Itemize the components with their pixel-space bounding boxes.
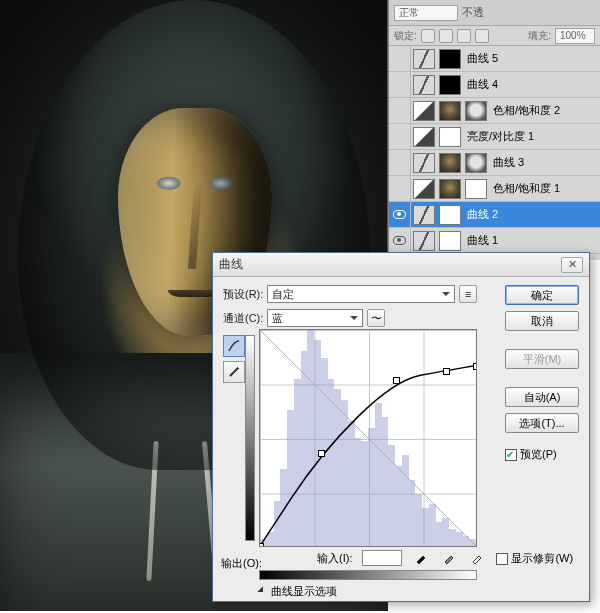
layer-row[interactable]: 色相/饱和度 2 (389, 98, 600, 124)
curve-display-options-label: 曲线显示选项 (271, 584, 337, 599)
black-point-eyedropper-icon[interactable] (412, 549, 430, 567)
lock-position-icon[interactable] (457, 29, 471, 43)
curves-graph-area: 输出(O): (259, 329, 481, 565)
adjustment-icon (413, 179, 435, 199)
layer-thumb (439, 179, 461, 199)
curves-dialog: 曲线 ✕ 预设(R): 自定 ≡ 通道(C): 蓝 〜 (212, 252, 590, 602)
curve-control-point[interactable] (393, 377, 400, 384)
channel-auto-icon[interactable]: 〜 (367, 309, 385, 327)
curves-adjustment-icon (413, 49, 435, 69)
layer-mask-thumb[interactable] (439, 127, 461, 147)
dialog-button-column: 确定 取消 平滑(M) 自动(A) 选项(T)... 预览(P) (505, 285, 579, 462)
layer-thumb (439, 153, 461, 173)
dialog-titlebar[interactable]: 曲线 ✕ (213, 253, 589, 277)
curve-control-point[interactable] (259, 543, 264, 547)
visibility-toggle[interactable] (389, 72, 411, 97)
layer-name[interactable]: 曲线 2 (467, 207, 498, 222)
layer-mask-thumb[interactable] (439, 75, 461, 95)
curve-line (260, 330, 476, 546)
layer-name[interactable]: 曲线 5 (467, 51, 498, 66)
lock-transparency-icon[interactable] (421, 29, 435, 43)
gray-point-eyedropper-icon[interactable] (440, 549, 458, 567)
input-gradient (259, 570, 477, 580)
visibility-toggle[interactable] (389, 228, 411, 253)
photo-nose (188, 181, 202, 269)
close-icon[interactable]: ✕ (561, 257, 583, 273)
layer-row[interactable]: 曲线 5 (389, 46, 600, 72)
lock-pixels-icon[interactable] (439, 29, 453, 43)
curves-adjustment-icon (413, 231, 435, 251)
smooth-button[interactable]: 平滑(M) (505, 349, 579, 369)
visibility-toggle[interactable] (389, 150, 411, 175)
layer-name[interactable]: 亮度/对比度 1 (467, 129, 534, 144)
layer-name[interactable]: 曲线 4 (467, 77, 498, 92)
preset-select[interactable]: 自定 (267, 285, 455, 303)
layer-thumb (439, 101, 461, 121)
visibility-toggle[interactable] (389, 98, 411, 123)
input-label: 输入(I): (317, 551, 352, 566)
preview-checkbox[interactable]: 预览(P) (505, 447, 579, 462)
layer-mask-thumb[interactable] (465, 179, 487, 199)
adjustment-icon (413, 101, 435, 121)
layer-mask-thumb[interactable] (465, 153, 487, 173)
layer-name[interactable]: 色相/饱和度 2 (493, 103, 560, 118)
eyedropper-row: 输入(I): 显示修剪(W) (317, 549, 573, 567)
chevron-right-icon (257, 586, 268, 597)
channel-label: 通道(C): (223, 311, 263, 326)
lock-all-icon[interactable] (475, 29, 489, 43)
visibility-toggle[interactable] (389, 124, 411, 149)
input-value[interactable] (362, 550, 402, 566)
fill-label: 填充: (528, 29, 551, 43)
curves-adjustment-icon (413, 75, 435, 95)
preset-menu-icon[interactable]: ≡ (459, 285, 477, 303)
layer-row[interactable]: 曲线 4 (389, 72, 600, 98)
layers-list[interactable]: 曲线 5曲线 4色相/饱和度 2亮度/对比度 1曲线 3色相/饱和度 1曲线 2… (389, 46, 600, 260)
curve-control-point[interactable] (318, 450, 325, 457)
layer-row[interactable]: 色相/饱和度 1 (389, 176, 600, 202)
visibility-toggle[interactable] (389, 202, 411, 227)
layer-name[interactable]: 曲线 1 (467, 233, 498, 248)
curves-graph[interactable] (259, 329, 477, 547)
layer-mask-thumb[interactable] (439, 205, 461, 225)
layers-panel-options: 正常 不透 (389, 0, 600, 26)
adjustment-icon (413, 127, 435, 147)
curve-control-point[interactable] (443, 368, 450, 375)
layer-mask-thumb[interactable] (439, 231, 461, 251)
output-label: 输出(O): (221, 556, 262, 571)
eye-icon (393, 236, 406, 245)
layers-panel: 正常 不透 锁定: 填充: 100% 曲线 5曲线 4色相/饱和度 2亮度/对比… (388, 0, 600, 260)
layer-name[interactable]: 曲线 3 (493, 155, 524, 170)
curve-draw-tool[interactable] (223, 361, 245, 383)
cancel-button[interactable]: 取消 (505, 311, 579, 331)
options-button[interactable]: 选项(T)... (505, 413, 579, 433)
lock-label: 锁定: (394, 29, 417, 43)
auto-button[interactable]: 自动(A) (505, 387, 579, 407)
eye-icon (393, 210, 406, 219)
show-clipping-checkbox[interactable]: 显示修剪(W) (496, 551, 573, 566)
layer-row[interactable]: 曲线 1 (389, 228, 600, 254)
layer-name[interactable]: 色相/饱和度 1 (493, 181, 560, 196)
opacity-label: 不透 (462, 5, 484, 20)
fill-value[interactable]: 100% (555, 28, 595, 44)
visibility-toggle[interactable] (389, 176, 411, 201)
layer-row[interactable]: 曲线 2 (389, 202, 600, 228)
layer-row[interactable]: 曲线 3 (389, 150, 600, 176)
curves-adjustment-icon (413, 153, 435, 173)
layers-lock-row: 锁定: 填充: 100% (389, 26, 600, 46)
preset-label: 预设(R): (223, 287, 263, 302)
visibility-toggle[interactable] (389, 46, 411, 71)
curve-point-tool[interactable] (223, 335, 245, 357)
layer-mask-thumb[interactable] (439, 49, 461, 69)
curve-display-options-toggle[interactable]: 曲线显示选项 (259, 584, 337, 599)
layer-mask-thumb[interactable] (465, 101, 487, 121)
dialog-title: 曲线 (219, 256, 243, 273)
curve-control-point[interactable] (473, 363, 477, 370)
curves-adjustment-icon (413, 205, 435, 225)
channel-select[interactable]: 蓝 (267, 309, 363, 327)
blend-mode-select[interactable]: 正常 (394, 5, 458, 21)
ok-button[interactable]: 确定 (505, 285, 579, 305)
white-point-eyedropper-icon[interactable] (468, 549, 486, 567)
layer-row[interactable]: 亮度/对比度 1 (389, 124, 600, 150)
output-gradient (245, 335, 255, 541)
